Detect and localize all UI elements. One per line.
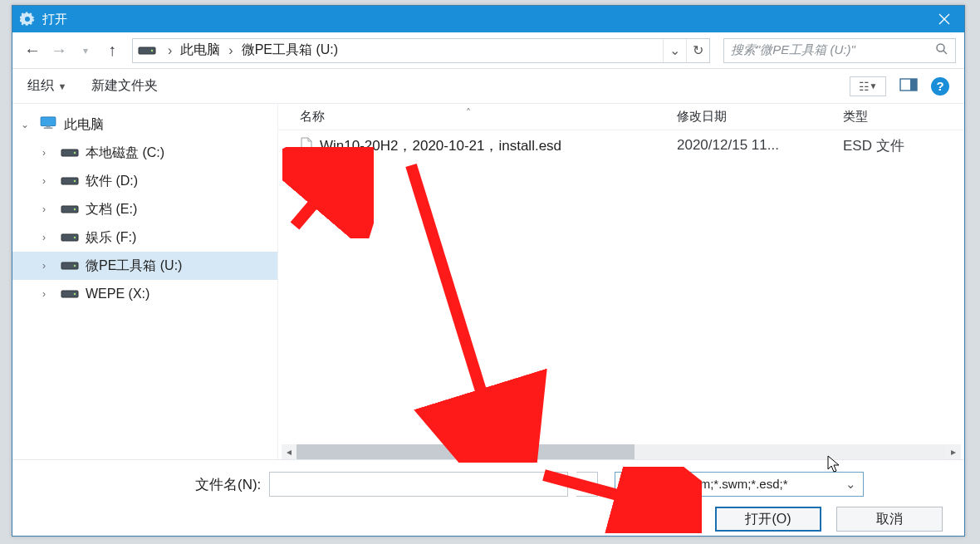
scroll-thumb[interactable]	[296, 444, 635, 459]
view-options-button[interactable]: ☷ ▼	[850, 76, 886, 96]
forward-button[interactable]: →	[47, 39, 71, 62]
caret-right-icon[interactable]: ›	[42, 232, 54, 243]
caret-right-icon[interactable]: ›	[42, 288, 54, 300]
tree-label: 此电脑	[64, 116, 104, 134]
caret-right-icon[interactable]: ›	[42, 260, 54, 272]
drive-label: 软件 (D:)	[86, 173, 138, 190]
search-icon	[935, 42, 948, 58]
scroll-track[interactable]	[296, 444, 946, 459]
open-button[interactable]: 打开(O)	[715, 507, 821, 532]
caret-right-icon[interactable]: ›	[42, 175, 54, 187]
svg-point-10	[74, 152, 76, 154]
drive-icon	[61, 261, 79, 271]
col-type[interactable]: 类型	[843, 109, 943, 125]
filename-history-dropdown[interactable]: ⌄	[576, 472, 598, 497]
svg-point-1	[151, 49, 153, 51]
breadcrumb-this-pc[interactable]: 此电脑	[179, 40, 222, 61]
tree-this-pc[interactable]: ⌄ 此电脑	[12, 110, 277, 139]
horizontal-scrollbar[interactable]: ◂ ▸	[282, 444, 961, 459]
svg-rect-7	[46, 126, 50, 128]
chevron-down-icon: ⌄	[845, 477, 856, 492]
svg-rect-5	[910, 79, 917, 91]
cancel-button[interactable]: 取消	[836, 507, 943, 532]
filename-label: 文件名(N):	[29, 475, 261, 494]
svg-point-20	[74, 293, 76, 295]
drive-label: 文档 (E:)	[86, 201, 137, 218]
svg-point-16	[74, 237, 76, 238]
up-button[interactable]: ↑	[100, 39, 124, 62]
svg-line-3	[943, 51, 947, 54]
organize-menu[interactable]: 组织 ▼	[27, 77, 66, 95]
filter-text: 镜像文件 (*.wim;*.swm;*.esd;*	[622, 477, 787, 493]
drive-label: 本地磁盘 (C:)	[86, 145, 164, 162]
col-name: 名称˄	[300, 109, 677, 125]
svg-point-2	[937, 44, 944, 51]
file-row[interactable]: Win10-20H2，2020-10-21，install.esd 2020/1…	[278, 130, 964, 160]
drive-icon	[61, 233, 79, 243]
recent-locations-chevron-icon[interactable]: ▾	[74, 39, 97, 62]
drive-icon	[61, 204, 79, 214]
title-bar: 打开	[12, 6, 964, 32]
tree-drive[interactable]: ›WEPE (X:)	[12, 280, 277, 308]
toolbar: 组织 ▼ 新建文件夹 ☷ ▼ ?	[12, 69, 964, 104]
footer: 文件名(N): ⌄ 镜像文件 (*.wim;*.swm;*.esd;* ⌄ 打开…	[12, 459, 964, 543]
search-input[interactable]: 搜索"微PE工具箱 (U:)"	[723, 38, 956, 63]
drive-label: 微PE工具箱 (U:)	[86, 257, 182, 275]
back-button[interactable]: ←	[21, 39, 44, 62]
file-date: 2020/12/15 11...	[677, 137, 843, 154]
preview-pane-icon[interactable]	[899, 78, 918, 95]
file-type: ESD 文件	[843, 136, 943, 155]
content-area: ⌄ 此电脑 ›本地磁盘 (C:)›软件 (D:)›文档 (E:)›娱乐 (F:)…	[12, 104, 964, 459]
tree-drive[interactable]: ›本地磁盘 (C:)	[12, 139, 277, 167]
file-name: Win10-20H2，2020-10-21，install.esd	[320, 136, 677, 155]
file-list[interactable]: 名称˄ 修改日期 类型 Win10-20H2，2020-10-21，instal…	[278, 104, 964, 459]
tree-drive[interactable]: ›软件 (D:)	[12, 167, 277, 195]
scroll-right-icon[interactable]: ▸	[946, 444, 961, 459]
caret-right-icon[interactable]: ›	[42, 147, 54, 159]
address-dropdown-icon[interactable]: ⌄	[663, 39, 686, 62]
col-date[interactable]: 修改日期	[677, 109, 843, 125]
search-placeholder: 搜索"微PE工具箱 (U:)"	[731, 42, 855, 58]
file-type-filter[interactable]: 镜像文件 (*.wim;*.swm;*.esd;* ⌄	[615, 472, 864, 497]
tree-drive[interactable]: ›娱乐 (F:)	[12, 223, 277, 252]
nav-tree[interactable]: ⌄ 此电脑 ›本地磁盘 (C:)›软件 (D:)›文档 (E:)›娱乐 (F:)…	[12, 104, 278, 459]
refresh-button[interactable]: ↻	[686, 39, 709, 62]
svg-rect-6	[41, 117, 56, 126]
tree-drive[interactable]: ›微PE工具箱 (U:)	[12, 252, 277, 280]
drive-icon	[61, 148, 79, 158]
close-button[interactable]	[924, 6, 964, 32]
column-headers[interactable]: 名称˄ 修改日期 类型	[278, 104, 964, 130]
caret-right-icon[interactable]: ›	[42, 203, 54, 215]
svg-rect-8	[44, 127, 53, 129]
window-title: 打开	[42, 12, 924, 27]
svg-point-18	[74, 265, 76, 267]
svg-point-12	[74, 180, 76, 182]
drive-icon	[133, 45, 161, 56]
address-bar[interactable]: › 此电脑 › 微PE工具箱 (U:) ⌄ ↻	[132, 38, 710, 63]
breadcrumb-drive-u[interactable]: 微PE工具箱 (U:)	[240, 40, 340, 61]
caret-down-icon[interactable]: ⌄	[21, 119, 32, 130]
file-icon	[300, 137, 320, 154]
breadcrumb-sep-icon: ›	[161, 43, 179, 58]
filename-input[interactable]	[269, 472, 568, 497]
open-file-dialog: 打开 ← → ▾ ↑ › 此电脑 › 微PE工具箱 (U:) ⌄ ↻ 搜索"微P…	[12, 5, 965, 537]
scroll-left-icon[interactable]: ◂	[282, 444, 296, 459]
svg-point-14	[74, 208, 76, 210]
help-icon[interactable]: ?	[931, 77, 949, 96]
breadcrumb-sep-icon: ›	[222, 43, 239, 58]
new-folder-button[interactable]: 新建文件夹	[91, 77, 158, 95]
drive-label: 娱乐 (F:)	[86, 229, 136, 247]
tree-drive[interactable]: ›文档 (E:)	[12, 195, 277, 223]
drive-icon	[61, 289, 79, 299]
drive-label: WEPE (X:)	[86, 287, 149, 301]
sort-asc-icon: ˄	[466, 107, 471, 119]
app-gear-icon	[12, 12, 42, 27]
nav-bar: ← → ▾ ↑ › 此电脑 › 微PE工具箱 (U:) ⌄ ↻ 搜索"微PE工具…	[12, 32, 964, 69]
this-pc-icon	[39, 116, 57, 133]
drive-icon	[61, 176, 79, 186]
